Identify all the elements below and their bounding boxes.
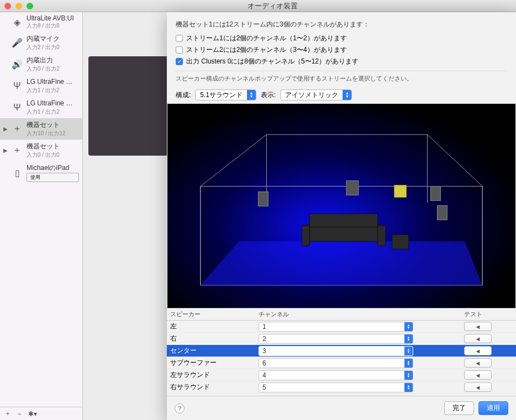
test-button[interactable]: ◄	[464, 382, 492, 392]
config-value: 5.1サラウンド	[196, 91, 247, 100]
svg-rect-5	[258, 192, 268, 206]
stream-row: 出力 Clusters 0には8個のチャンネル（5〜12）があります	[176, 56, 507, 67]
device-item[interactable]: ΨLG UltraFine 接続入力1 / 出力2	[0, 97, 82, 118]
device-name: MichaelのiPad	[27, 163, 79, 173]
use-button[interactable]: 使用	[27, 173, 79, 182]
sheet-help-button[interactable]: ?	[175, 403, 185, 413]
device-sub: 入力1 / 出力2	[27, 108, 79, 116]
stepper-icon: ▲▼	[247, 90, 256, 100]
device-name: UltraLite AVB:UI	[27, 14, 79, 22]
device-item[interactable]: 🎤内蔵マイク入力2 / 出力0	[0, 32, 82, 54]
sheet-title: 機器セット1には12ストリーム内に3個のチャンネルがあります：	[176, 20, 507, 29]
device-item[interactable]: 🔊内蔵出力入力0 / 出力2	[0, 54, 82, 75]
stepper-icon: ▲▼	[404, 322, 413, 331]
speaker-name: 右サラウンド	[167, 381, 255, 394]
add-button[interactable]: ＋	[4, 409, 11, 418]
stepper-icon: ▲▼	[404, 334, 413, 343]
minimize-icon[interactable]	[15, 3, 22, 9]
device-item[interactable]: ◈UltraLite AVB:UI入力8 / 出力8	[0, 12, 82, 32]
sheet-footer: ? 完了 適用	[167, 396, 516, 420]
device-icon: ▯	[11, 167, 23, 179]
device-icon: ◈	[11, 16, 23, 28]
speaker-row[interactable]: サブウーファー6▲▼◄	[167, 357, 516, 369]
col-test: テスト	[461, 309, 516, 320]
disclosure-icon[interactable]: ▶	[3, 126, 8, 132]
speaker-name: 右	[167, 332, 255, 345]
device-name: 内蔵マイク	[27, 34, 79, 44]
remove-button[interactable]: −	[18, 410, 22, 418]
gear-menu[interactable]: ✱▾	[28, 410, 37, 418]
stepper-icon: ▲▼	[404, 371, 413, 380]
speaker-row[interactable]: 右2▲▼◄	[167, 333, 516, 345]
apply-button[interactable]: 適用	[478, 401, 508, 415]
zoom-icon[interactable]	[27, 3, 33, 9]
stepper-icon: ▲▼	[343, 90, 351, 100]
test-button[interactable]: ◄	[464, 370, 492, 380]
test-button[interactable]: ◄	[464, 334, 492, 343]
svg-rect-8	[437, 205, 447, 220]
device-icon: 🔊	[11, 59, 23, 71]
stream-label: ストリーム1には2個のチャンネル（1〜2）があります	[186, 34, 347, 43]
speaker-name: 左	[167, 320, 255, 333]
speaker-row[interactable]: センター3▲▼◄	[167, 345, 516, 357]
stepper-icon: ▲▼	[404, 383, 413, 392]
stream-row: ストリーム1には2個のチャンネル（1〜2）があります	[176, 33, 507, 44]
device-icon: Ψ	[11, 102, 23, 114]
window-title: オーディオ装置	[33, 1, 512, 11]
room-visualization[interactable]	[167, 104, 515, 308]
stream-checkbox[interactable]	[176, 46, 183, 54]
svg-rect-7	[430, 187, 440, 201]
device-sub: 入力0 / 出力2	[27, 65, 79, 73]
device-item[interactable]: ▶＋機器セット入力0 / 出力0	[0, 140, 82, 161]
svg-rect-13	[392, 235, 409, 249]
device-sub: 入力10 / 出力12	[27, 130, 79, 137]
speaker-row[interactable]: 左サラウンド4▲▼◄	[167, 369, 516, 381]
device-icon: ＋	[11, 145, 23, 157]
svg-rect-11	[302, 226, 309, 246]
titlebar: オーディオ装置	[0, 0, 516, 12]
device-item[interactable]: ▯MichaelのiPad使用	[0, 161, 82, 184]
stream-checkbox[interactable]	[176, 58, 183, 65]
sidebar: ◈UltraLite AVB:UI入力8 / 出力8🎤内蔵マイク入力2 / 出力…	[0, 12, 83, 420]
device-name: 機器セット	[27, 120, 79, 130]
channel-select[interactable]: 2▲▼	[259, 334, 413, 344]
device-list: ◈UltraLite AVB:UI入力8 / 出力8🎤内蔵マイク入力2 / 出力…	[0, 12, 82, 407]
channel-select[interactable]: 1▲▼	[259, 322, 413, 332]
device-item[interactable]: ΨLG UltraFine 接続入力1 / 出力2	[0, 75, 82, 97]
close-icon[interactable]	[4, 3, 11, 9]
stream-label: ストリーム2には2個のチャンネル（3〜4）があります	[186, 45, 347, 55]
sidebar-toolbar: ＋ − ✱▾	[0, 407, 82, 420]
device-item[interactable]: ▶＋機器セット入力10 / 出力12	[0, 118, 82, 140]
speaker-row[interactable]: 右サラウンド5▲▼◄	[167, 381, 516, 394]
speaker-table: スピーカー チャンネル テスト 左1▲▼◄右2▲▼◄センター3▲▼◄サブウーファ…	[167, 308, 516, 396]
device-name: 内蔵出力	[27, 56, 79, 65]
col-channel: チャンネル	[255, 309, 461, 320]
device-sub: 入力2 / 出力0	[27, 44, 79, 51]
channel-select[interactable]: 4▲▼	[259, 370, 413, 380]
speaker-config-sheet: 機器セット1には12ストリーム内に3個のチャンネルがあります： ストリーム1には…	[167, 12, 516, 420]
test-button[interactable]: ◄	[464, 322, 492, 331]
device-sub: 入力0 / 出力0	[27, 151, 79, 159]
channel-select[interactable]: 6▲▼	[259, 358, 413, 368]
stepper-icon: ▲▼	[404, 359, 413, 368]
speaker-row[interactable]: 左1▲▼◄	[167, 321, 516, 333]
svg-marker-1	[201, 135, 482, 187]
test-button[interactable]: ◄	[464, 358, 492, 368]
speaker-name: センター	[167, 344, 255, 357]
display-select[interactable]: アイソメトリック ▲▼	[280, 89, 352, 100]
done-button[interactable]: 完了	[444, 401, 474, 415]
device-icon: 🎤	[11, 37, 23, 49]
device-name: 機器セット	[27, 142, 79, 151]
svg-rect-10	[309, 214, 378, 227]
device-icon: Ψ	[11, 80, 23, 92]
disclosure-icon[interactable]: ▶	[3, 147, 8, 153]
channel-select[interactable]: 5▲▼	[259, 382, 413, 392]
display-value: アイソメトリック	[281, 91, 343, 100]
channel-select[interactable]: 3▲▼	[259, 346, 413, 356]
config-select[interactable]: 5.1サラウンド ▲▼	[195, 89, 256, 100]
test-button[interactable]: ◄	[464, 346, 492, 355]
device-name: LG UltraFine 接続	[27, 77, 79, 87]
device-sub: 入力1 / 出力2	[27, 87, 79, 94]
svg-rect-12	[378, 226, 386, 246]
stream-checkbox[interactable]	[176, 35, 183, 42]
